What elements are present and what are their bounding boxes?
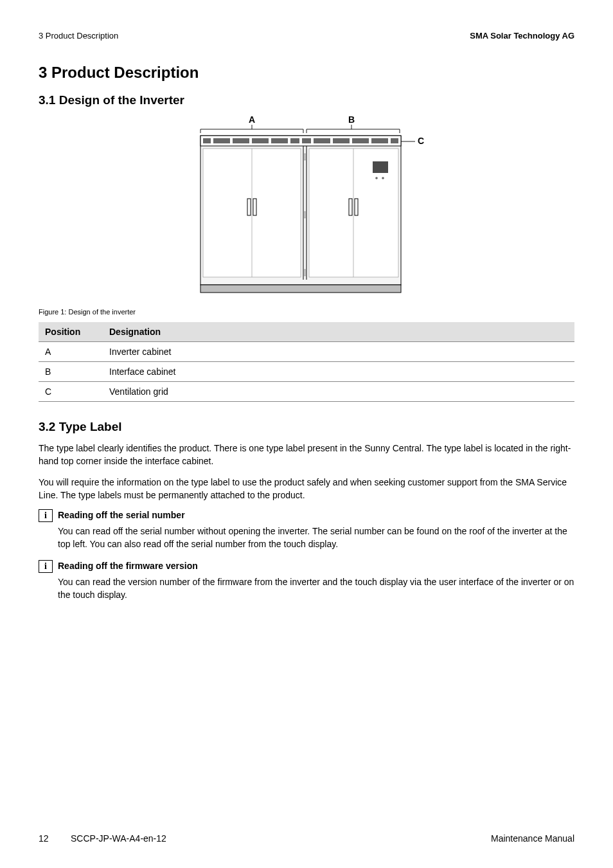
svg-rect-35 bbox=[200, 285, 401, 293]
table-header-row: Position Designation bbox=[39, 322, 574, 342]
info-body-serial: You can read off the serial number witho… bbox=[58, 525, 574, 551]
svg-rect-16 bbox=[352, 138, 369, 143]
table-cell: Interface cabinet bbox=[103, 362, 574, 382]
table-row: A Inverter cabinet bbox=[39, 342, 574, 362]
svg-rect-18 bbox=[391, 138, 398, 143]
figure-1: A B C bbox=[39, 115, 574, 302]
table-row: B Interface cabinet bbox=[39, 362, 574, 382]
type-label-paragraph-1: The type label clearly identifies the pr… bbox=[39, 442, 574, 468]
footer-doc-code: SCCP-JP-WA-A4-en-12 bbox=[71, 833, 491, 844]
position-designation-table: Position Designation A Inverter cabinet … bbox=[39, 322, 574, 402]
type-label-paragraph-2: You will require the information on the … bbox=[39, 476, 574, 502]
table-row: C Ventilation grid bbox=[39, 382, 574, 402]
heading-chapter: 3 Product Description bbox=[39, 64, 574, 82]
info-icon: i bbox=[39, 560, 53, 573]
svg-rect-24 bbox=[253, 199, 256, 215]
header-company: SMA Solar Technology AG bbox=[470, 31, 574, 41]
svg-rect-8 bbox=[213, 138, 230, 143]
svg-rect-23 bbox=[247, 199, 251, 215]
svg-rect-32 bbox=[304, 154, 306, 160]
page-header: 3 Product Description SMA Solar Technolo… bbox=[39, 31, 574, 41]
svg-rect-12 bbox=[290, 138, 299, 143]
info-title-serial: Reading off the serial number bbox=[58, 509, 185, 520]
svg-rect-14 bbox=[314, 138, 330, 143]
diagram-label-b: B bbox=[348, 115, 355, 125]
table-header-designation: Designation bbox=[103, 322, 574, 342]
svg-rect-33 bbox=[304, 212, 306, 218]
footer-page-number: 12 bbox=[39, 833, 71, 844]
info-icon: i bbox=[39, 509, 53, 522]
svg-rect-15 bbox=[333, 138, 350, 143]
svg-rect-27 bbox=[349, 199, 352, 215]
table-cell: C bbox=[39, 382, 103, 402]
header-section-path: 3 Product Description bbox=[39, 31, 118, 41]
svg-rect-7 bbox=[203, 138, 211, 143]
svg-rect-6 bbox=[200, 136, 401, 146]
diagram-label-c: C bbox=[418, 136, 424, 146]
svg-point-30 bbox=[375, 177, 378, 179]
svg-rect-11 bbox=[271, 138, 288, 143]
svg-rect-29 bbox=[373, 161, 388, 173]
table-cell: Inverter cabinet bbox=[103, 342, 574, 362]
info-title-firmware: Reading off the firmware version bbox=[58, 560, 198, 571]
info-block-serial: i Reading off the serial number bbox=[39, 509, 574, 522]
diagram-label-a: A bbox=[249, 115, 255, 125]
svg-rect-17 bbox=[371, 138, 388, 143]
heading-section-3-2: 3.2 Type Label bbox=[39, 420, 574, 434]
svg-rect-13 bbox=[302, 138, 311, 143]
svg-rect-10 bbox=[252, 138, 269, 143]
page-footer: 12 SCCP-JP-WA-A4-en-12 Maintenance Manua… bbox=[39, 833, 574, 844]
svg-rect-28 bbox=[355, 199, 358, 215]
figure-1-caption: Figure 1: Design of the inverter bbox=[39, 308, 574, 316]
svg-rect-9 bbox=[233, 138, 249, 143]
table-cell: B bbox=[39, 362, 103, 382]
table-cell: A bbox=[39, 342, 103, 362]
info-body-firmware: You can read the version number of the f… bbox=[58, 575, 574, 602]
inverter-diagram: A B C bbox=[188, 115, 425, 302]
table-header-position: Position bbox=[39, 322, 103, 342]
svg-point-31 bbox=[382, 177, 384, 179]
info-block-firmware: i Reading off the firmware version bbox=[39, 560, 574, 573]
heading-section-3-1: 3.1 Design of the Inverter bbox=[39, 93, 574, 107]
svg-rect-34 bbox=[304, 269, 306, 276]
table-cell: Ventilation grid bbox=[103, 382, 574, 402]
footer-doc-type: Maintenance Manual bbox=[491, 833, 574, 844]
